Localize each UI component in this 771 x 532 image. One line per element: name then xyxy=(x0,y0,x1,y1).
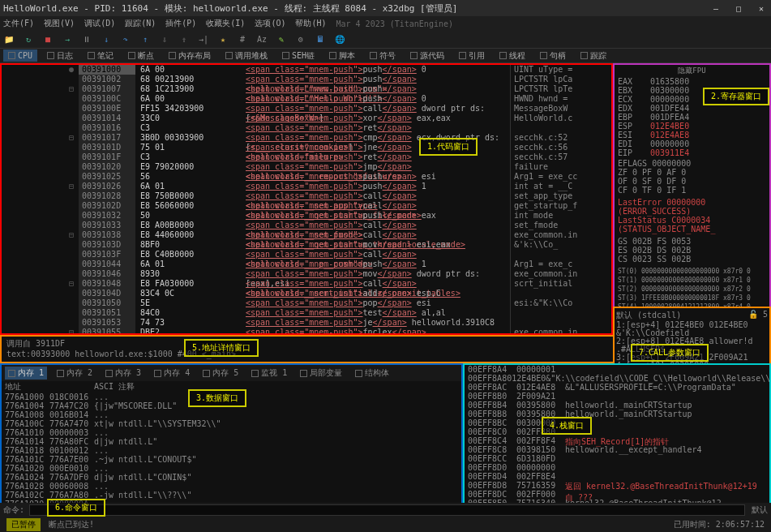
disasm-row[interactable]: 0039101FC3<span class="mnem-push">ret</s… xyxy=(2,152,611,162)
disasm-row[interactable]: 0039101D75 01<span class="mnem-push">jne… xyxy=(2,143,611,152)
dump-tab[interactable]: 内存 5 xyxy=(199,367,242,380)
tab-handle[interactable]: 句柄 xyxy=(535,49,571,63)
tab-mem[interactable]: 内存布局 xyxy=(164,49,216,63)
disasm-row[interactable]: 00391028E8 750B0000<span class="mnem-pus… xyxy=(2,191,611,201)
stack-row[interactable]: 00EFF8AC012E4AE8&L"ALLUSERSPROFILE=C:\\P… xyxy=(465,383,769,392)
tab-src[interactable]: 源代码 xyxy=(405,49,449,63)
calling-convention[interactable]: 默认 (stdcall) xyxy=(616,310,681,321)
tab-stack[interactable]: 调用堆栈 xyxy=(221,49,272,63)
menu-plugins[interactable]: 插件(P) xyxy=(165,18,196,29)
tab-log[interactable]: 日志 xyxy=(42,49,78,63)
disasm-row[interactable]: ⊟0039100768 1C213900<span class="mnem-pu… xyxy=(2,84,611,94)
stack-row[interactable]: 00EFF8D875716359返回 kernel32.@BaseThreadI… xyxy=(465,481,769,490)
stack-row[interactable]: 00EFF8A400000001 xyxy=(465,365,769,374)
calc-icon[interactable]: 🖩 xyxy=(315,34,326,45)
reg-ebp[interactable]: EBP001DFEA4 xyxy=(615,113,769,122)
tab-seh[interactable]: SEH链 xyxy=(277,49,319,63)
call-params-panel[interactable]: 默认 (stdcall) 🔓 5 1:[esp+4] 012E4BE0 012E… xyxy=(613,307,771,365)
maximize-button[interactable]: □ xyxy=(732,2,745,14)
dump-row[interactable]: 776A10080016B014... xyxy=(2,410,461,419)
reg-eip[interactable]: EIP003911E4 xyxy=(615,148,769,157)
disasm-row[interactable]: 0039100C6A 00<span class="mnem-push">pus… xyxy=(2,94,611,104)
menu-help[interactable]: 帮助(H) xyxy=(295,18,326,29)
reg-esp[interactable]: ESP012E4BE0 xyxy=(615,122,769,131)
stack-row[interactable]: 00EFF8B800395800helloworld._mainCRTStart… xyxy=(465,410,769,418)
disasm-row[interactable]: 00391016C3<span class="mnem-push">ret</s… xyxy=(2,123,611,133)
reg-esi[interactable]: ESI012E4AE8 xyxy=(615,131,769,139)
close-button[interactable]: ✕ xyxy=(755,2,768,14)
patch-icon[interactable]: ✎ xyxy=(276,34,287,45)
disasm-row[interactable]: 003910505E<span class="mnem-push">pop</s… xyxy=(2,298,611,308)
step-out-icon[interactable]: ↑ xyxy=(139,34,151,45)
trace-over-icon[interactable]: ⇧ xyxy=(178,34,190,45)
stack-row[interactable]: 00EFF8DC002FF000 xyxy=(465,490,769,499)
stack-row[interactable]: 00EFF8CC6D3180FD xyxy=(465,454,769,463)
tab-bp[interactable]: 断点 xyxy=(123,49,159,63)
dump-tab[interactable]: 内存 4 xyxy=(151,367,193,380)
restart-icon[interactable]: ↻ xyxy=(23,34,34,45)
trace-into-icon[interactable]: ⇩ xyxy=(159,34,170,45)
hash-icon[interactable]: # xyxy=(237,34,248,45)
stack-panel[interactable]: 00EFF8A40000000100EFF8A8012E4BE0&"K:\\co… xyxy=(463,363,771,517)
menu-debug[interactable]: 调试(D) xyxy=(84,18,115,29)
command-input[interactable] xyxy=(29,504,745,516)
dump-row[interactable]: 776A102800060008... xyxy=(2,482,461,491)
bell-icon[interactable]: ⚙ xyxy=(295,34,306,45)
menu-file[interactable]: 文件(F) xyxy=(3,18,34,29)
reg-eax[interactable]: EAX01635800 xyxy=(615,77,769,86)
dump-row[interactable]: 776A101C776A7E00.~jw ntdll.L"CONOUT$" xyxy=(2,455,461,464)
run-to-icon[interactable]: →| xyxy=(198,34,209,45)
run-icon[interactable]: → xyxy=(62,34,73,45)
menu-view[interactable]: 视图(V) xyxy=(44,18,75,29)
minimize-button[interactable]: — xyxy=(709,2,722,14)
disasm-row[interactable]: 0039104D83C4 0C<span class="mnem-push">a… xyxy=(2,289,611,298)
disasm-row[interactable]: 0039102DE8 56060000<span class="mnem-pus… xyxy=(2,201,611,211)
disasm-row[interactable]: 00391033E8 A00B0000<span class="mnem-pus… xyxy=(2,221,611,230)
disasm-row[interactable]: 0039101433C0<span class="mnem-push">xor<… xyxy=(2,114,611,123)
disasm-row[interactable]: 0039103D8BF0<span class="mnem-push">mov<… xyxy=(2,240,611,250)
fpu-toggle[interactable]: 隐藏FPU xyxy=(615,65,769,77)
disasm-row[interactable]: 00391020E9 79020000<span class="mnem-pus… xyxy=(2,162,611,172)
stack-row[interactable]: 00EFF8C0002FF880 xyxy=(465,427,769,436)
dump-row[interactable]: 776A101800100012... xyxy=(2,446,461,455)
disasm-row[interactable]: ●003910006A 00<span class="mnem-push">pu… xyxy=(2,65,611,75)
dump-row[interactable]: 776A1014776A80FCd|jw ntdll.L" xyxy=(2,437,461,446)
dump-tab[interactable]: 结构体 xyxy=(352,367,392,380)
dump-tab[interactable]: 内存 1 xyxy=(5,367,47,380)
dump-row[interactable]: 776A1020000E0010... xyxy=(2,464,461,473)
disasm-row[interactable]: ⊟00391055DBE2<span class="mnem-push">fnc… xyxy=(2,328,611,335)
tab-ref[interactable]: 引用 xyxy=(454,49,490,63)
stack-row[interactable]: 00EFF8C4002FF8F4指向SEH_Record[1]的指针 xyxy=(465,436,769,445)
dump-panel[interactable]: 内存 1内存 2内存 3内存 4内存 5监视 1局部变量结构体 地址 ASCI … xyxy=(0,363,463,517)
stop-icon[interactable]: ■ xyxy=(42,34,54,45)
dump-tab[interactable]: 监视 1 xyxy=(248,367,290,380)
registers-panel[interactable]: 隐藏FPU EAX01635800EBX00300000ECX00000000E… xyxy=(613,63,771,335)
globe-icon[interactable]: 🌐 xyxy=(334,34,345,45)
disasm-row[interactable]: 0039103FE8 C40B0000<span class="mnem-pus… xyxy=(2,250,611,260)
tab-notes[interactable]: 笔记 xyxy=(83,49,118,63)
tab-sym[interactable]: 符号 xyxy=(365,49,400,63)
menu-options[interactable]: 选项(O) xyxy=(255,18,285,29)
stack-row[interactable]: 00EFF8BC00300000 xyxy=(465,418,769,427)
dump-row[interactable]: 776A100C776A7470xt|w ntdll.L"\\SYSTEM32\… xyxy=(2,419,461,428)
menu-favorites[interactable]: 收藏夹(I) xyxy=(206,18,245,29)
tab-script[interactable]: 脚本 xyxy=(324,49,360,63)
reg-edi[interactable]: EDI00000000 xyxy=(615,139,769,148)
disasm-row[interactable]: 0039102556<span class="mnem-push">push</… xyxy=(2,172,611,182)
lock-icon[interactable]: 🔓 5 xyxy=(748,310,768,321)
disasm-row[interactable]: ⊟003910173B0D 00303900<span class="mnem-… xyxy=(2,133,611,143)
disasm-row[interactable]: 003910468930<span class="mnem-push">mov<… xyxy=(2,269,611,279)
stack-row[interactable]: 00EFF8C800398150helloworld.__except_hand… xyxy=(465,445,769,454)
disasm-row[interactable]: 0039103250<span class="mnem-push">push</… xyxy=(2,211,611,221)
pause-icon[interactable]: ⏸ xyxy=(81,34,92,45)
disasm-row[interactable]: ⊟00391038E8 44060000<span class="mnem-pu… xyxy=(2,230,611,240)
star-icon[interactable]: ★ xyxy=(217,34,229,45)
disasm-row[interactable]: ⊟003910266A 01<span class="mnem-push">pu… xyxy=(2,182,611,191)
stack-row[interactable]: 00EFF8A8012E4BE0&"K:\\codefield\\CODE_C\… xyxy=(465,374,769,383)
stack-row[interactable]: 00EFF8B400395800helloworld._mainCRTStart… xyxy=(465,401,769,410)
dump-row[interactable]: 776A1024776A7DF0d|jw ntdll.L"CONIN$" xyxy=(2,473,461,482)
disasm-row[interactable]: 0039100268 00213900<span class="mnem-pus… xyxy=(2,75,611,84)
menu-trace[interactable]: 跟踪(N) xyxy=(125,18,156,29)
text-icon[interactable]: Az xyxy=(256,34,268,45)
tab-thread[interactable]: 线程 xyxy=(495,49,530,63)
